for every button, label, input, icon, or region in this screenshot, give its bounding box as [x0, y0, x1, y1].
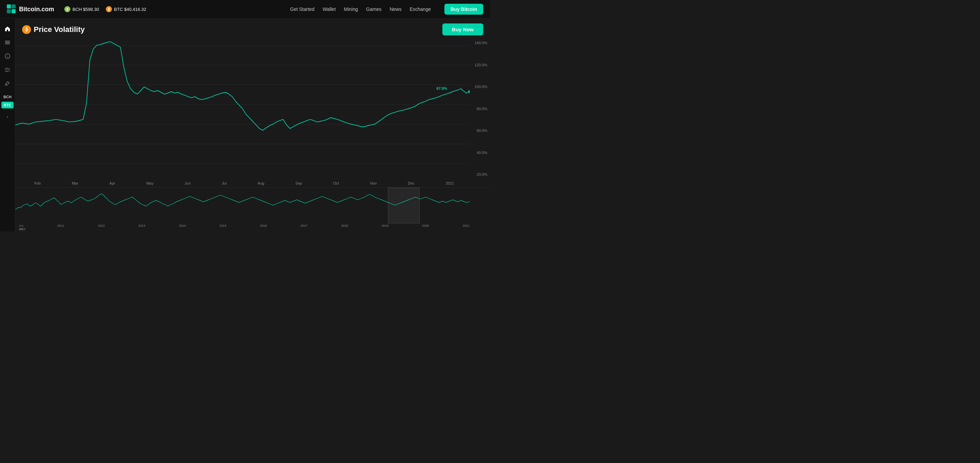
price-ticker: ₿ BCH $598.30 ₿ BTC $40,416.32 — [64, 6, 146, 12]
y-label-100: 100.0% — [475, 85, 487, 89]
bch-price-tag[interactable]: ₿ BCH $598.30 — [64, 6, 99, 12]
sliders-icon — [5, 67, 10, 72]
x-label-nov: Nov — [370, 181, 377, 185]
x-axis: Feb Mar Apr May Jun Jul Aug Sep Oct Nov … — [15, 179, 490, 187]
mini-year-2015: 2015 — [220, 224, 226, 231]
svg-rect-4 — [5, 41, 10, 41]
svg-rect-5 — [5, 42, 10, 43]
svg-rect-12 — [8, 70, 10, 70]
mini-year-2017: 2017 — [301, 224, 307, 231]
sidebar-btc-button[interactable]: BTC — [2, 101, 14, 108]
y-axis: 140.0% 120.0% 100.0% 80.0% 60.0% 40.0% 2… — [469, 38, 490, 179]
list-icon — [5, 40, 10, 45]
mini-year-2014: 2014 — [179, 224, 186, 231]
chart-area: ₿ Price Volatility Buy Now — [15, 19, 490, 232]
buy-now-button[interactable]: Buy Now — [442, 24, 483, 35]
bch-icon: ₿ — [64, 6, 70, 12]
x-label-2021: 2021 — [446, 181, 454, 185]
nav-links: Get Started Wallet Mining Games News Exc… — [290, 4, 483, 14]
svg-rect-6 — [5, 43, 10, 44]
svg-rect-13 — [5, 71, 8, 72]
svg-rect-1 — [11, 5, 16, 8]
y-label-40: 40.0% — [477, 151, 487, 155]
chart-title: ₿ Price Volatility — [22, 25, 85, 34]
current-value-label: 67.9% — [435, 86, 449, 91]
btc-icon: ₿ — [106, 6, 112, 12]
sidebar-settings[interactable] — [2, 63, 14, 76]
mini-year-2013: 2013 — [138, 224, 145, 231]
mini-year-2018: 2018 — [341, 224, 348, 231]
x-label-jul: Jul — [222, 181, 227, 185]
svg-rect-9 — [5, 68, 8, 69]
mini-y-axis-spacer — [469, 188, 490, 232]
mini-year-2012: 2012 — [98, 224, 105, 231]
mini-year-2016: 2016 — [260, 224, 267, 231]
current-value-dot — [468, 90, 469, 93]
btc-title-icon: ₿ — [22, 25, 31, 34]
x-label-dec: Dec — [408, 181, 415, 185]
top-navigation: Bitcoin.com ₿ BCH $598.30 ₿ BTC $40,416.… — [0, 0, 490, 19]
x-label-oct: Oct — [333, 181, 339, 185]
sidebar-home[interactable] — [2, 23, 14, 35]
bitcoin-logo-icon — [7, 5, 16, 14]
mini-year-2020: 2020 — [422, 224, 429, 231]
y-label-80: 80.0% — [477, 107, 487, 111]
x-label-feb: Feb — [34, 181, 41, 185]
nav-mining[interactable]: Mining — [344, 6, 358, 12]
x-label-apr: Apr — [110, 181, 115, 185]
mini-year-2010: 2010 — [19, 227, 25, 231]
nav-wallet[interactable]: Wallet — [323, 6, 336, 12]
x-label-jun: Jun — [185, 181, 191, 185]
mini-label-jan: Jan — [19, 224, 24, 227]
home-icon — [5, 26, 10, 32]
sidebar-info[interactable]: i — [2, 50, 14, 62]
mini-year-labels: Jan Jul 2010 2011 2012 2013 2014 2015 20… — [19, 224, 469, 231]
svg-rect-0 — [7, 5, 11, 8]
tools-icon — [5, 81, 10, 86]
nav-exchange[interactable]: Exchange — [410, 6, 431, 12]
mini-chart-selection[interactable] — [388, 188, 420, 224]
svg-rect-14 — [9, 71, 10, 72]
bch-price-label: BCH $598.30 — [73, 7, 99, 12]
mini-year-2019: 2019 — [382, 224, 388, 231]
main-chart: 67.9% 140.0% 120.0% 100.0% 80.0% 60.0% 4… — [15, 38, 490, 179]
sidebar: i BCH BTC › — [0, 19, 15, 232]
logo-text: Bitcoin.com — [19, 6, 54, 13]
y-label-60: 60.0% — [477, 128, 487, 133]
svg-rect-11 — [5, 70, 7, 70]
x-label-may: May — [146, 181, 153, 185]
svg-rect-10 — [9, 68, 10, 69]
y-label-120: 120.0% — [475, 63, 487, 67]
nav-get-started[interactable]: Get Started — [290, 6, 315, 12]
logo[interactable]: Bitcoin.com — [7, 5, 54, 14]
btc-price-label: BTC $40,416.32 — [114, 7, 146, 12]
sidebar-tools[interactable] — [2, 77, 14, 89]
info-icon: i — [5, 53, 10, 59]
svg-rect-3 — [11, 9, 16, 13]
mini-year-2021: 2021 — [463, 224, 469, 231]
main-layout: i BCH BTC › ₿ Price Volatility — [0, 19, 490, 232]
y-label-20: 20.0% — [477, 172, 487, 176]
sidebar-expand[interactable]: › — [7, 114, 8, 119]
nav-games[interactable]: Games — [366, 6, 382, 12]
chart-title-text: Price Volatility — [34, 25, 85, 34]
sidebar-coins: BCH BTC — [2, 94, 14, 110]
buy-bitcoin-button[interactable]: Buy Bitcoin — [444, 4, 483, 14]
chart-header: ₿ Price Volatility Buy Now — [15, 19, 490, 38]
mini-year-2011: 2011 — [57, 224, 64, 231]
y-label-140: 140.0% — [475, 41, 487, 45]
x-label-sep: Sep — [295, 181, 302, 185]
sidebar-bch-button[interactable]: BCH — [2, 94, 14, 100]
mini-chart-section[interactable]: Jan Jul 2010 2011 2012 2013 2014 2015 20… — [15, 187, 490, 232]
btc-price-tag[interactable]: ₿ BTC $40,416.32 — [106, 6, 146, 12]
main-chart-svg — [15, 38, 469, 179]
svg-rect-2 — [7, 9, 11, 13]
svg-text:i: i — [7, 55, 8, 58]
sidebar-list[interactable] — [2, 36, 14, 49]
x-label-aug: Aug — [258, 181, 264, 185]
nav-news[interactable]: News — [390, 6, 401, 12]
x-label-mar: Mar — [72, 181, 78, 185]
